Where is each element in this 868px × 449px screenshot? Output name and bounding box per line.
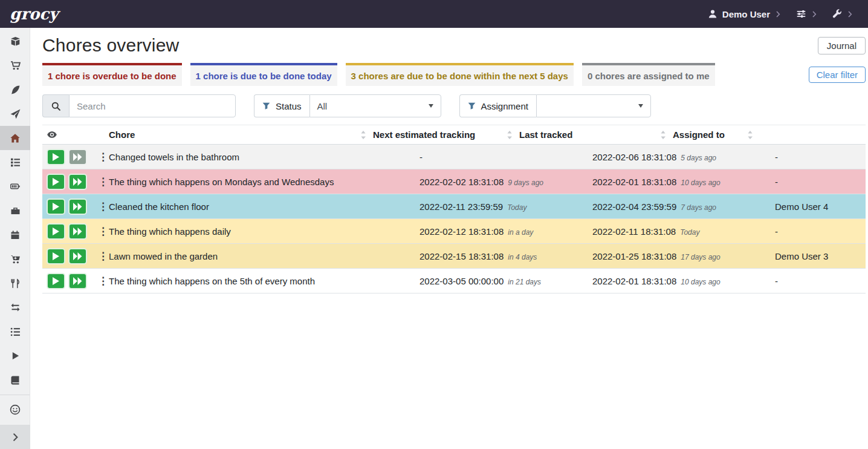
row-actions: ⋮ xyxy=(42,248,109,264)
next-estimated-tracking-cell: 2022-02-12 18:31:08in a day xyxy=(373,226,519,237)
row-actions: ⋮ xyxy=(42,223,109,240)
row-context-menu-button[interactable]: ⋮ xyxy=(98,226,104,237)
column-header-next[interactable]: Next estimated tracking xyxy=(373,125,519,144)
row-context-menu-button[interactable]: ⋮ xyxy=(98,251,104,261)
sidebar-item-recipes[interactable] xyxy=(0,77,30,102)
status-card-label: 1 chore is overdue to be done xyxy=(48,71,177,81)
chore-name: Lawn mowed in the garden xyxy=(109,251,373,261)
track-chore-execution-button[interactable] xyxy=(47,198,65,215)
sidebar-item-purchase[interactable] xyxy=(0,247,30,271)
sidebar-item-equipment[interactable] xyxy=(0,198,30,223)
skip-next-chore-button[interactable] xyxy=(68,174,87,190)
status-card-due-today[interactable]: 1 chore is due to be done today xyxy=(190,63,337,86)
assigned-to-cell: - xyxy=(673,152,866,162)
box-open-icon xyxy=(10,36,21,47)
row-context-menu-button[interactable]: ⋮ xyxy=(98,202,104,212)
search-icon xyxy=(42,94,69,117)
row-actions: ⋮ xyxy=(42,273,109,289)
status-card-due-soon[interactable]: 3 chores are due to be done within the n… xyxy=(346,63,574,86)
chore-name: The thing which happens on the 5th of ev… xyxy=(109,276,373,286)
status-card-label: 3 chores are due to be done within the n… xyxy=(351,71,568,81)
next-estimated-tracking-cell: 2022-02-11 23:59:59Today xyxy=(373,202,519,212)
sidebar-item-user-menu[interactable] xyxy=(0,398,30,422)
row-context-menu-button[interactable]: ⋮ xyxy=(98,177,104,187)
track-chore-execution-button[interactable] xyxy=(47,248,65,264)
status-card-label: 0 chores are assigned to me xyxy=(588,71,710,81)
status-card-overdue[interactable]: 1 chore is overdue to be done xyxy=(42,63,182,86)
next-estimated-tracking-cell: - xyxy=(373,152,519,162)
skip-next-chore-button[interactable] xyxy=(68,198,87,215)
status-filter-label-box: Status xyxy=(254,94,309,117)
sidebar-expand-button[interactable] xyxy=(0,425,30,449)
status-card-assigned-to-me[interactable]: 0 chores are assigned to me xyxy=(582,63,715,86)
assigned-to-cell: - xyxy=(673,276,866,286)
track-chore-execution-button[interactable] xyxy=(47,273,65,289)
sort-icon xyxy=(361,131,366,139)
last-tracked-cell: 2022-02-11 18:31:08Today xyxy=(519,226,673,237)
toggle-row-visibility-header[interactable] xyxy=(42,129,109,140)
cart-plus-icon xyxy=(10,254,21,264)
sidebar-item-meal-plan[interactable] xyxy=(0,102,30,126)
row-context-menu-button[interactable]: ⋮ xyxy=(98,276,104,286)
assignment-filter-select[interactable] xyxy=(536,94,651,117)
next-estimated-tracking-cell: 2022-03-05 00:00:00in 21 days xyxy=(373,276,519,286)
chore-row: ⋮Changed towels in the bathroom-2022-02-… xyxy=(42,145,866,169)
sidebar-item-calendar[interactable] xyxy=(0,223,30,247)
brand-logo[interactable]: grocy xyxy=(10,6,58,22)
caret-down-icon xyxy=(638,104,643,108)
column-header-assigned[interactable]: Assigned to xyxy=(673,125,866,144)
sidebar-item-inventory[interactable] xyxy=(0,320,30,344)
sidebar-item-consume[interactable] xyxy=(0,271,30,295)
sort-icon xyxy=(748,131,753,139)
sort-icon xyxy=(661,131,666,139)
chevron-right-icon xyxy=(848,11,852,18)
sidebar-item-shopping-list[interactable] xyxy=(0,53,30,77)
status-cards: 1 chore is overdue to be done1 chore is … xyxy=(42,63,715,86)
status-filter-select[interactable]: All xyxy=(309,94,441,117)
search-input[interactable] xyxy=(69,94,236,117)
last-tracked-cell: 2022-02-01 18:31:0810 days ago xyxy=(519,177,673,187)
journal-button[interactable]: Journal xyxy=(818,37,866,54)
sidebar-item-transfer[interactable] xyxy=(0,295,30,320)
skip-next-chore-button[interactable] xyxy=(68,273,87,289)
next-estimated-tracking-cell: 2022-02-15 18:31:08in 4 days xyxy=(373,251,519,261)
skip-next-chore-button[interactable] xyxy=(68,223,87,240)
chore-name: The thing which happens on Mondays and W… xyxy=(109,177,373,187)
track-chore-execution-button[interactable] xyxy=(47,149,65,165)
status-card-label: 1 chore is due to be done today xyxy=(196,71,332,81)
column-label: Last tracked xyxy=(519,129,572,140)
sidebar-item-chores-overview[interactable] xyxy=(0,126,30,150)
chevron-right-icon xyxy=(11,433,20,442)
clear-filter-button[interactable]: Clear filter xyxy=(809,67,866,83)
chore-name: Changed towels in the bathroom xyxy=(109,152,373,162)
next-estimated-tracking-cell: 2022-02-02 18:31:089 days ago xyxy=(373,177,519,187)
chore-row: ⋮The thing which happens on Mondays and … xyxy=(42,169,866,194)
sidebar-item-batteries-overview[interactable] xyxy=(0,174,30,198)
quill-icon xyxy=(10,85,21,95)
track-chore-execution-button[interactable] xyxy=(47,223,65,240)
status-filter-value: All xyxy=(317,101,328,111)
battery-icon xyxy=(10,182,21,191)
column-label: Next estimated tracking xyxy=(373,129,475,140)
admin-menu-toggle[interactable] xyxy=(832,9,852,19)
list-icon xyxy=(10,327,21,337)
column-header-last[interactable]: Last tracked xyxy=(519,125,673,144)
user-menu-toggle[interactable]: Demo User xyxy=(708,9,780,19)
settings-menu-toggle[interactable] xyxy=(796,9,817,19)
track-chore-execution-button[interactable] xyxy=(47,174,65,190)
skip-next-chore-button[interactable] xyxy=(68,149,87,165)
sidebar-item-chore-tracking[interactable] xyxy=(0,344,30,368)
page-header: Chores overview Journal xyxy=(42,35,866,56)
row-context-menu-button[interactable]: ⋮ xyxy=(98,152,104,162)
skip-next-chore-button[interactable] xyxy=(68,248,87,264)
column-header-chore[interactable]: Chore xyxy=(109,125,373,144)
sidebar-item-stock-overview[interactable] xyxy=(0,29,30,53)
book-icon xyxy=(10,375,20,385)
top-navbar: grocy Demo User xyxy=(0,0,868,28)
sidebar-item-battery-tracking[interactable] xyxy=(0,368,30,392)
sidebar-item-tasks[interactable] xyxy=(0,150,30,174)
chores-table-header: ChoreNext estimated trackingLast tracked… xyxy=(42,125,866,145)
shopping-cart-icon xyxy=(10,61,21,71)
assigned-to-cell: Demo User 3 xyxy=(673,251,866,261)
assignment-filter-label-box: Assignment xyxy=(459,94,536,117)
